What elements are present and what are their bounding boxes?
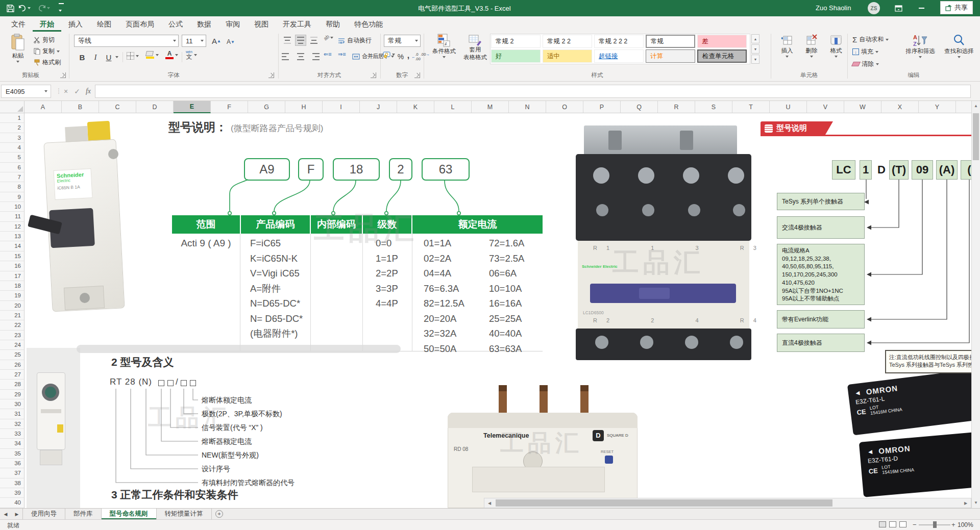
column-header[interactable]: L [434,101,472,113]
row-header[interactable]: 38 [0,478,24,488]
ribbon-display-options-icon[interactable] [887,0,910,16]
ribbon-tab[interactable]: 页面布局 [118,16,161,32]
gallery-more[interactable]: ▼ [751,55,760,64]
phonetic-guide-button[interactable]: wén文 [186,50,197,60]
cell-style-calculation[interactable]: 计算 [646,49,695,63]
column-header[interactable]: Q [621,101,658,113]
row-header[interactable]: 16 [0,261,24,271]
copy-button[interactable]: 复制 [34,47,60,56]
row-header[interactable]: 28 [0,380,24,389]
select-all-corner[interactable] [0,101,24,113]
row-header[interactable]: 8 [0,182,24,192]
column-header[interactable]: A [24,101,62,113]
row-header[interactable]: 26 [0,360,24,370]
column-header[interactable]: Y [919,101,956,113]
alignment-dialog-launcher[interactable] [371,72,376,78]
row-header[interactable]: 23 [0,331,24,340]
increase-decimal-button[interactable]: ←.0.00 [411,52,421,61]
percent-button[interactable]: % [396,51,405,62]
fill-color-button[interactable] [146,51,159,59]
underline-button[interactable]: U [103,51,114,63]
cell-style-neutral[interactable]: 适中 [543,49,592,63]
row-header[interactable]: 37 [0,468,24,478]
gallery-scroll-down[interactable]: ▼ [751,44,760,54]
wrap-text-button[interactable]: 自动换行 [338,36,372,45]
row-header[interactable]: 35 [0,449,24,459]
align-right-button[interactable] [308,51,320,62]
shrink-font-button[interactable]: A▼ [225,36,237,48]
paste-button[interactable]: 粘贴 [5,34,31,63]
scroll-left-icon[interactable]: ◀ [484,498,495,508]
row-header[interactable]: 25 [0,350,24,360]
page-layout-view-icon[interactable] [889,521,896,527]
column-header[interactable]: H [285,101,323,113]
vertical-scrollbar[interactable]: ▲ ▼ [971,101,980,508]
align-middle-button[interactable] [295,35,306,46]
ribbon-tab[interactable]: 帮助 [318,16,347,32]
row-header[interactable]: 20 [0,301,24,311]
sheet-tab[interactable]: 部件库 [65,509,102,519]
column-header[interactable]: F [211,101,248,113]
column-header[interactable]: E [174,101,211,113]
comma-button[interactable]: , [405,50,411,61]
row-header[interactable]: 2 [0,123,24,133]
sheet-tab[interactable]: 转矩惯量计算 [157,509,212,519]
cell-style-bad[interactable]: 差 [697,35,747,48]
column-header[interactable]: D [136,101,174,113]
column-header[interactable]: X [881,101,919,113]
row-header[interactable]: 6 [0,163,24,172]
cell-style-normal[interactable]: 常规 [646,35,695,48]
column-header[interactable]: S [695,101,732,113]
column-header[interactable]: O [546,101,583,113]
decrease-indent-button[interactable]: ⇐≡ [324,51,332,58]
horizontal-scrollbar[interactable]: ◀ ▶ [484,498,971,508]
scroll-up-icon[interactable]: ▲ [971,101,980,110]
align-top-button[interactable] [282,35,293,46]
sheet-tab[interactable]: 使用向导 [23,509,65,519]
accounting-format-button[interactable] [383,51,395,58]
name-box[interactable]: E4095 [1,85,51,98]
row-header[interactable]: 39 [0,488,24,498]
zoom-out-button[interactable]: − [913,521,917,528]
italic-button[interactable]: I [90,51,101,63]
user-name[interactable]: Zuo Shaolin [816,4,851,12]
cancel-icon[interactable]: × [60,85,71,98]
formula-input[interactable] [95,85,971,98]
increase-indent-button[interactable]: ⇒≡ [338,51,346,58]
number-format-select[interactable]: 常规 [384,35,421,47]
row-header[interactable]: 17 [0,271,24,281]
column-header[interactable]: W [844,101,881,113]
clear-button[interactable]: 清除 [852,60,879,68]
row-header[interactable]: 4 [0,143,24,153]
vertical-scroll-thumb[interactable] [973,113,979,160]
align-bottom-button[interactable] [308,35,320,46]
grow-font-button[interactable]: A▲ [210,35,223,47]
cell-style-normal222[interactable]: 常规 2 2 2 [594,35,644,48]
cell-style-normal22[interactable]: 常规 2 2 [543,35,592,48]
scroll-down-icon[interactable]: ▼ [971,498,980,507]
new-sheet-button[interactable]: + [212,509,227,519]
orientation-button[interactable]: ab [324,35,333,40]
share-button[interactable]: 共享 [940,1,973,14]
row-header[interactable]: 11 [0,212,24,221]
save-icon[interactable] [4,3,16,14]
row-header[interactable]: 10 [0,202,24,212]
sheet-nav-right-icon[interactable]: ▶ [11,509,22,519]
format-painter-button[interactable]: 格式刷 [34,58,61,67]
row-header[interactable]: 36 [0,459,24,468]
column-header[interactable]: R [658,101,695,113]
align-center-button[interactable] [295,51,306,62]
ribbon-tab[interactable]: 开始 [33,16,61,32]
customize-toolbar-icon[interactable] [55,3,67,14]
column-header[interactable]: P [583,101,621,113]
font-family-select[interactable]: 等线 [74,35,179,47]
cell-style-checkcell[interactable]: 检查单元格 [697,49,747,63]
row-header[interactable]: 29 [0,390,24,399]
clipboard-dialog-launcher[interactable] [60,72,66,78]
sheet-tab[interactable]: 型号命名规则 [102,509,157,519]
column-header[interactable]: G [248,101,285,113]
row-header[interactable]: 5 [0,153,24,162]
ribbon-tab[interactable]: 特色功能 [347,16,390,32]
page-break-view-icon[interactable] [899,521,906,527]
row-header[interactable]: 12 [0,222,24,232]
